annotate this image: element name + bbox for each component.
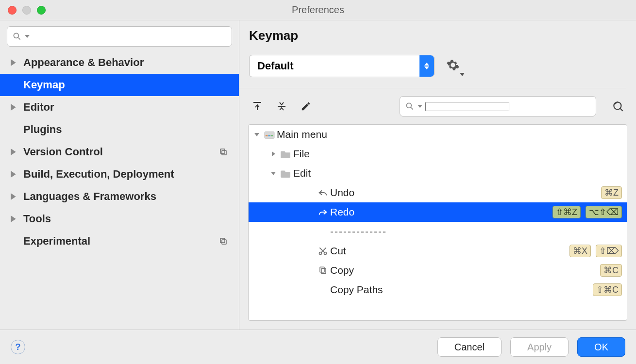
sidebar-item-label: Tools [23,213,217,225]
sidebar-item-build-execution-deployment[interactable]: Build, Execution, Deployment [0,163,239,185]
svg-point-0 [14,33,18,38]
window-title: Preferences [0,4,636,16]
shortcut-badges: ⌘C [600,264,622,277]
expand-arrow-icon [11,149,23,155]
tree-row-main-menu[interactable]: Main menu [249,125,627,144]
sidebar-item-plugins[interactable]: Plugins [0,118,239,141]
svg-rect-7 [220,149,225,153]
minimize-window-button [22,6,31,15]
cut-icon [316,246,330,256]
tree-row-label: File [293,148,622,160]
collapse-all-button[interactable] [273,98,290,115]
tree-row-undo[interactable]: Undo⌘Z [249,183,627,202]
footer: ? Cancel Apply OK [0,330,636,364]
sidebar-item-label: Build, Execution, Deployment [23,168,217,181]
tree-row-label: Copy [330,265,600,276]
svg-line-1 [18,38,20,40]
sidebar-item-keymap[interactable]: Keymap [0,74,239,96]
gear-icon[interactable] [446,58,465,74]
apply-button[interactable]: Apply [510,337,569,357]
scheme-selected-value: Default [257,60,294,72]
actions-tree[interactable]: Main menuFileEditUndo⌘ZRedo⇧⌘Z⌥⇧⌫-------… [248,124,627,321]
redo-icon [316,208,330,216]
tree-row-label: Edit [293,167,622,179]
chevron-down-icon [418,104,422,109]
project-settings-icon [217,237,230,246]
sidebar: Appearance & BehaviorKeymapEditorPlugins… [0,20,239,330]
sidebar-item-experimental[interactable]: Experimental [0,230,239,252]
collapse-arrow-icon [251,132,262,137]
titlebar: Preferences [0,0,636,20]
svg-marker-3 [11,59,16,66]
main-panel: Keymap Default [239,20,636,330]
sidebar-item-version-control[interactable]: Version Control [0,141,239,163]
svg-rect-35 [321,268,326,274]
sidebar-item-appearance-behavior[interactable]: Appearance & Behavior [0,51,239,74]
zoom-window-button[interactable] [37,6,46,15]
tree-row-copy[interactable]: Copy⌘C [249,261,627,280]
svg-marker-2 [25,35,30,38]
svg-marker-30 [271,172,276,175]
tree-row-redo[interactable]: Redo⇧⌘Z⌥⇧⌫ [249,202,627,222]
sidebar-search-input[interactable] [7,26,232,47]
shortcut-badge: ⌘Z [601,186,622,199]
shortcut-badge: ⇧⌘C [593,283,622,296]
svg-rect-6 [222,150,226,155]
expand-arrow-icon [11,171,23,178]
svg-point-19 [406,103,411,108]
search-icon [405,101,415,111]
expand-all-button[interactable] [249,98,266,115]
cancel-button[interactable]: Cancel [437,337,502,357]
tree-row-label: Undo [330,187,601,199]
tree-row-label: Redo [330,206,552,218]
svg-rect-26 [266,135,268,136]
collapse-arrow-icon [268,170,279,176]
sidebar-item-label: Version Control [23,146,217,158]
actions-filter-input[interactable] [400,96,596,116]
svg-rect-36 [320,267,324,272]
shortcut-badges: ⌘X⇧⌦ [569,245,622,257]
tree-row-cut[interactable]: Cut⌘X⇧⌦ [249,241,627,261]
undo-icon [316,189,330,197]
page-title: Keymap [239,20,636,46]
svg-marker-13 [424,63,429,66]
svg-marker-21 [418,105,422,108]
keymap-scheme-select[interactable]: Default [249,55,435,77]
close-window-button[interactable] [8,6,17,15]
tree-row-label: ------------- [330,226,622,237]
tree-row-copy-paths[interactable]: Copy Paths⇧⌘C [249,280,627,299]
copy-icon [316,265,330,275]
svg-rect-28 [271,135,273,136]
tree-row-label: Cut [330,245,569,257]
svg-line-20 [411,108,413,110]
svg-rect-27 [268,135,270,136]
tree-row-file[interactable]: File [249,144,627,164]
sidebar-item-label: Experimental [23,235,217,248]
ok-button[interactable]: OK [577,337,625,357]
edit-shortcut-button[interactable] [298,98,314,115]
sidebar-item-label: Plugins [23,123,217,136]
expand-arrow-icon [11,193,23,200]
svg-rect-12 [220,238,225,243]
svg-marker-5 [11,149,16,155]
sidebar-item-languages-frameworks[interactable]: Languages & Frameworks [0,185,239,208]
svg-marker-24 [254,133,259,136]
tree-row-label: Main menu [277,129,622,140]
find-by-shortcut-button[interactable] [610,98,626,115]
svg-marker-4 [11,104,16,111]
shortcut-badges: ⇧⌘Z⌥⇧⌫ [552,206,622,218]
tree-row-edit[interactable]: Edit [249,164,627,183]
svg-marker-29 [272,151,275,156]
menu-folder-icon [262,130,277,139]
sidebar-item-tools[interactable]: Tools [0,208,239,230]
tree-separator: ------------- [249,222,627,241]
sidebar-item-label: Languages & Frameworks [23,190,217,203]
sidebar-item-editor[interactable]: Editor [0,96,239,118]
shortcut-badge: ⇧⌦ [596,245,622,257]
svg-marker-8 [11,171,16,178]
search-icon [12,32,22,41]
shortcut-badge: ⇧⌘Z [552,206,581,218]
shortcut-badges: ⇧⌘C [593,283,622,296]
help-button[interactable]: ? [11,340,25,354]
project-settings-icon [217,148,230,156]
